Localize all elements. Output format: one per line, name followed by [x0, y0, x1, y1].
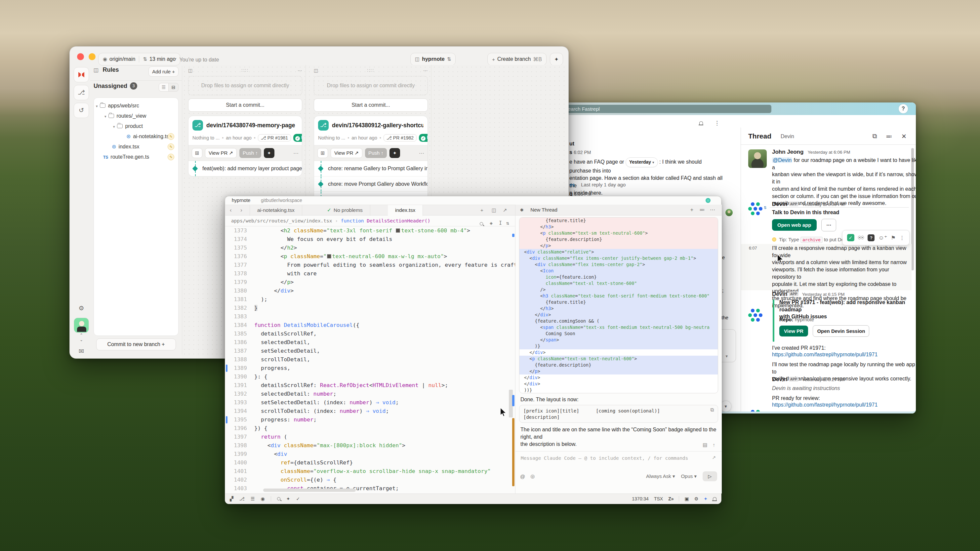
avatar-john[interactable] — [748, 149, 767, 168]
settings-gear-icon[interactable]: ⚙ — [74, 301, 89, 316]
code-line[interactable]: 1395 progress: number; — [225, 416, 515, 424]
eyes-reaction-icon[interactable] — [858, 235, 864, 241]
model-select[interactable]: Opus ▾ — [681, 473, 697, 479]
assistant-sparkle-icon[interactable]: ✦ — [703, 496, 708, 502]
create-branch-button[interactable]: +Create branch ⌘B — [487, 53, 547, 65]
branch-name[interactable]: gitbutler/workspace — [261, 198, 302, 203]
lane-drag-handle[interactable]: ∷∷ — [192, 68, 298, 73]
commit-row[interactable]: chore: rename Gallery to Prompt Gallery … — [314, 161, 428, 176]
peek-thread-link[interactable]: es Last reply 1 day ago — [570, 182, 625, 188]
branch-ai-button[interactable]: ✦ — [264, 148, 274, 158]
scroll-to-bottom-button[interactable]: ▾ — [720, 401, 731, 412]
project-panel-icon[interactable]: ▞ — [230, 496, 234, 502]
help-icon[interactable]: ? — [899, 104, 908, 113]
code-line[interactable]: 1390}: { — [225, 373, 515, 381]
tab-index[interactable]: index.tsx — [388, 205, 423, 216]
pr-link[interactable]: https://github.com/fastrepl/hyprnote/pul… — [772, 352, 878, 358]
project-name[interactable]: hyprnote — [232, 198, 250, 203]
collab-panel-icon[interactable]: ◉ — [261, 496, 264, 502]
assign-icon-button[interactable]: ⊞ — [317, 148, 328, 158]
feedback-mail-icon[interactable]: ✉ — [74, 344, 89, 359]
tree-item-index-tsx[interactable]: ⊛index.tsx✎ — [96, 141, 176, 152]
code-line[interactable]: 1393 setSelectedDetail: (index: number) … — [225, 398, 515, 407]
code-line[interactable]: 1401 className="overflow-x-auto scrollba… — [225, 467, 515, 476]
branch-kebab-icon[interactable]: ⋯ — [419, 150, 424, 156]
mention-icon[interactable]: @ — [520, 474, 525, 479]
nav-forward-icon[interactable]: › — [240, 207, 242, 214]
commit-row[interactable]: chore: move Prompt Gallery above Workflo… — [314, 176, 428, 191]
code-line[interactable]: 1384function DetailsMobileCarousel({ — [225, 321, 515, 330]
terminal-icon[interactable]: ▣ — [684, 496, 689, 502]
tab-ai-notetaking[interactable]: ai-notetaking.tsx — [250, 205, 302, 216]
open-devin-session-button[interactable]: Open Devin Session — [813, 325, 869, 337]
add-rule-button[interactable]: Add rule + — [148, 67, 178, 77]
code-line[interactable]: 1392 selectedDetail: number; — [225, 390, 515, 398]
breadcrumb[interactable]: apps/web/src/routes/_view/index.tsx › fu… — [225, 216, 515, 226]
branch-name[interactable]: devin/1764380912-gallery-shortcuts — [332, 122, 423, 129]
branch-kebab-icon[interactable]: ⋯ — [293, 150, 299, 156]
avatar-devin[interactable] — [748, 202, 764, 218]
view-pr-button[interactable]: View PR ↗ — [205, 148, 237, 158]
tree-item-apps-web-src[interactable]: ▾apps/web/src — [96, 100, 176, 111]
code-line[interactable]: 1378 with care — [225, 269, 515, 278]
assistant-input-area[interactable]: Message Claude Code — @ to include conte… — [515, 451, 722, 483]
code-line[interactable]: 1394 scrollToDetail: (index: number) ⇒ v… — [225, 407, 515, 416]
bell-icon[interactable] — [713, 496, 716, 502]
workspace-switcher[interactable]: ◫ hyprnote ⇅ — [410, 53, 456, 65]
split-pane-icon[interactable]: ◫ — [492, 207, 496, 213]
mention[interactable]: @Devin — [772, 157, 792, 163]
avatar-devin[interactable] — [748, 409, 764, 413]
timestamp[interactable]: Yesterday at 6:15 PM — [802, 292, 845, 297]
cursor-position[interactable]: 1370:34 — [632, 496, 649, 502]
markdown-icon[interactable]: ▤ — [703, 442, 707, 448]
thread-list-icon[interactable]: ≕ — [699, 205, 705, 215]
more-actions-icon[interactable]: ⋮ — [899, 235, 905, 241]
code-line[interactable]: 1377 From powerful editing to seamless o… — [225, 261, 515, 269]
code-line[interactable]: 1379 </p> — [225, 278, 515, 287]
commit-row[interactable]: feat(web): add memory layer product page — [188, 161, 302, 176]
tree-item-ai-notetaking-tsx[interactable]: ⊛ai-notetaking.tsx✎ — [96, 131, 176, 141]
tree-item-routetree-gen-ts[interactable]: TSrouteTree.gen.ts✎ — [96, 152, 176, 162]
code-line[interactable]: 1376 <p className="text-neutral-600 max-… — [225, 252, 515, 261]
send-button[interactable]: ▷ — [703, 472, 717, 481]
channel-kebab-icon[interactable]: ⋮ — [714, 120, 721, 127]
code-editor[interactable]: 1373 <h2 className="text-3xl font-serif … — [225, 226, 515, 494]
tab-diagnostics[interactable]: ✓No problems — [320, 205, 370, 216]
assign-icon-button[interactable]: ⊞ — [192, 148, 202, 158]
add-reaction-icon[interactable]: ☺⁺ — [878, 234, 887, 241]
collapse-lane-icon[interactable]: ◫ — [314, 68, 318, 73]
tree-item-routes-view[interactable]: ▾routes/_view — [96, 111, 176, 121]
lane-drag-handle[interactable]: ∷∷ — [318, 68, 423, 73]
user-name[interactable]: John Jeong — [772, 149, 803, 155]
editor-titlebar[interactable]: hyprnote gitbutler/workspace — [225, 196, 721, 205]
ci-status-badge[interactable]: ✓Passed — [419, 134, 428, 142]
lane-kebab-icon[interactable]: ⋯ — [298, 68, 302, 73]
thread-options-icon[interactable]: ≕ — [886, 133, 892, 140]
code-line[interactable]: 1386 selectedDetail, — [225, 338, 515, 347]
nav-back-icon[interactable]: ‹ — [230, 207, 232, 214]
collapse-lane-icon[interactable]: ◫ — [188, 68, 192, 73]
code-line[interactable]: 1373 <h2 className="text-3xl font-serif … — [225, 226, 515, 235]
code-line[interactable]: 1374 We focus on every bit of details — [225, 235, 515, 244]
pr-badge[interactable]: ⎇ PR #1981 — [258, 134, 291, 141]
expand-input-icon[interactable]: ↗ — [712, 455, 716, 460]
context-target-icon[interactable]: ◎ — [530, 473, 535, 479]
pr-badge[interactable]: ⎇ PR #1982 — [383, 134, 417, 141]
tree-item-product[interactable]: ▾product — [96, 121, 176, 131]
tree-view-toggle[interactable]: ⊟ — [169, 83, 178, 92]
pr-link[interactable]: https://github.com/fastrepl/hyprnote/pul… — [772, 402, 878, 408]
view-pr-button[interactable]: View PR ↗ — [331, 148, 363, 158]
code-line[interactable]: 1391 detailsScrollRef: React.RefObject<H… — [225, 381, 515, 390]
sidebar-item-history[interactable]: ↺ — [74, 103, 89, 118]
scroll-up-icon[interactable]: ↑ — [713, 442, 716, 448]
ci-status-badge[interactable]: ✓Passed — [293, 134, 302, 142]
open-in-window-icon[interactable]: ⧉ — [872, 133, 877, 140]
sidebar-item-branches[interactable]: ⎇ — [74, 85, 89, 100]
code-line[interactable]: 1382} — [225, 304, 515, 312]
push-button[interactable]: Push ↑ — [239, 148, 261, 158]
code-line[interactable]: 1389 progress, — [225, 364, 515, 373]
bookmark-icon[interactable]: ⚑ — [891, 235, 896, 241]
avatar[interactable] — [74, 318, 89, 333]
commit-to-new-branch-button[interactable]: Commit to new branch + — [96, 338, 176, 350]
code-line[interactable]: 1398 <div className="max-[800px]:block h… — [225, 441, 515, 450]
